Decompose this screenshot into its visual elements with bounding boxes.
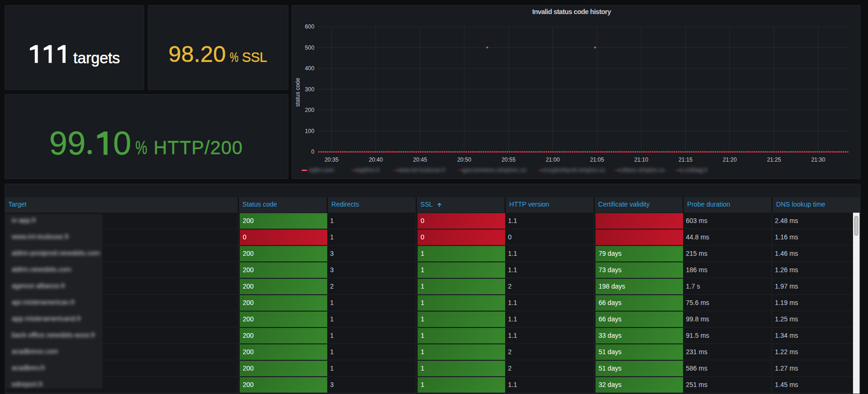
svg-text:0: 0 xyxy=(113,125,132,162)
svg-text:status code: status code xyxy=(294,78,301,107)
svg-text:21:30: 21:30 xyxy=(811,156,825,163)
svg-text:20:45: 20:45 xyxy=(413,156,427,163)
svg-text:20:40: 20:40 xyxy=(369,156,383,163)
svg-text:21:05: 21:05 xyxy=(590,156,604,163)
svg-text:20:50: 20:50 xyxy=(457,156,471,163)
svg-text:21:20: 21:20 xyxy=(723,156,737,163)
svg-text:400: 400 xyxy=(305,65,314,72)
svg-text:21:00: 21:00 xyxy=(546,156,560,163)
svg-text:300: 300 xyxy=(305,86,314,93)
svg-text:21:15: 21:15 xyxy=(678,156,692,163)
svg-text:20:35: 20:35 xyxy=(324,156,338,163)
svg-text:200: 200 xyxy=(305,107,314,113)
svg-text:21:10: 21:10 xyxy=(634,156,648,163)
svg-text:99: 99 xyxy=(49,125,86,162)
svg-text:500: 500 xyxy=(305,45,314,51)
svg-text:100: 100 xyxy=(305,128,314,134)
svg-text:20:55: 20:55 xyxy=(501,156,515,163)
svg-text:Invalid status code history: Invalid status code history xyxy=(532,8,611,15)
svg-text:0: 0 xyxy=(311,149,315,155)
svg-text:600: 600 xyxy=(305,23,314,30)
svg-text:21:25: 21:25 xyxy=(767,156,781,163)
